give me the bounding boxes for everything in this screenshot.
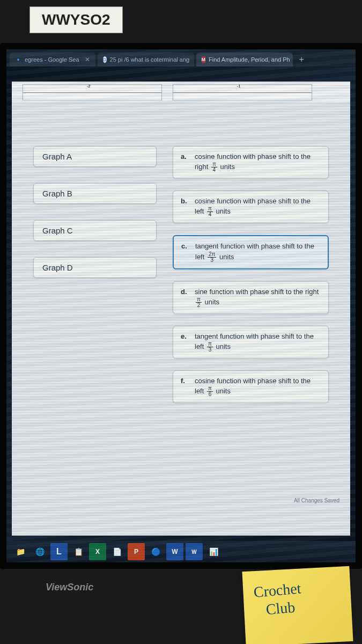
monitor-brand-label: ViewSonic: [46, 582, 93, 593]
graph-label: Graph B: [42, 189, 72, 198]
browser-tab-bar: ● egrees - Google Sea ✕ G 25 pi /6 what …: [6, 49, 356, 67]
answer-text: tangent function with phase shift to the…: [195, 241, 320, 262]
browser-tab-0[interactable]: ● egrees - Google Sea ✕: [10, 53, 95, 67]
answer-letter: e.: [181, 332, 189, 353]
saved-indicator: All Changes Saved: [294, 497, 339, 503]
powerpoint-icon[interactable]: P: [128, 543, 145, 560]
answer-text: cosine function with phase shift to the …: [195, 376, 321, 397]
answer-text: sine function with phase shift to the ri…: [195, 287, 321, 308]
mini-graph-left: -2: [23, 84, 162, 100]
quiz-content: Graph A Graph B Graph C Graph D a.: [12, 103, 350, 414]
answer-letter: d.: [181, 287, 189, 308]
graph-label: Graph C: [42, 226, 73, 235]
mini-graph-right: -1: [173, 84, 312, 100]
explorer-icon[interactable]: 📁: [12, 543, 29, 560]
answer-option-d[interactable]: d. sine function with phase shift to the…: [173, 281, 329, 314]
answer-option-b[interactable]: b. cosine function with phase shift to t…: [173, 191, 329, 223]
page-content: -2 -1 Graph A Graph B Graph C: [12, 82, 350, 536]
answer-letter: a.: [181, 152, 189, 173]
answer-text: cosine function with phase shift to the …: [195, 196, 321, 217]
answer-text: cosine function with phase shift to the …: [195, 152, 321, 173]
graph-label: Graph D: [42, 263, 73, 272]
tab-title: 25 pi /6 what is coterminal ang: [110, 56, 190, 63]
word-icon[interactable]: W: [186, 543, 203, 560]
answers-column: a. cosine function with phase shift to t…: [173, 146, 329, 403]
sticky-note: Crochet Club: [242, 566, 353, 644]
answer-letter: f.: [181, 376, 189, 397]
app-icon[interactable]: 📄: [108, 543, 125, 560]
graph-option-d[interactable]: Graph D: [33, 257, 157, 278]
tab-title: egrees - Google Sea: [25, 56, 79, 63]
physical-label: WWYSO2: [29, 6, 123, 33]
close-icon[interactable]: ✕: [85, 56, 90, 63]
graphs-column: Graph A Graph B Graph C Graph D: [33, 146, 157, 403]
monitor-frame: ● egrees - Google Sea ✕ G 25 pi /6 what …: [0, 43, 362, 569]
answer-letter: b.: [181, 196, 189, 217]
app-icon[interactable]: 📋: [70, 543, 87, 560]
app-icon[interactable]: L: [50, 543, 68, 560]
tab-title: Find Amplitude, Period, and Ph: [209, 56, 290, 63]
sticky-note-text: Crochet Club: [253, 576, 342, 619]
graph-option-b[interactable]: Graph B: [33, 183, 157, 204]
new-tab-button[interactable]: +: [295, 53, 308, 67]
answer-option-f[interactable]: f. cosine function with phase shift to t…: [173, 370, 329, 403]
word-icon[interactable]: W: [166, 543, 183, 560]
windows-taskbar: 📁 🌐 L 📋 X 📄 P 🔵 W W 📊: [6, 541, 356, 562]
answer-option-c[interactable]: c. tangent function with phase shift to …: [173, 235, 329, 269]
excel-icon[interactable]: X: [89, 543, 106, 560]
answer-text: tangent function with phase shift to the…: [195, 332, 321, 353]
answer-letter: c.: [181, 241, 190, 262]
graph-option-c[interactable]: Graph C: [33, 220, 157, 241]
google-icon: G: [103, 56, 107, 63]
graph-preview-bar: -2 -1: [12, 82, 350, 103]
browser-tab-2[interactable]: M Find Amplitude, Period, and Ph ✕: [196, 53, 293, 67]
answer-option-e[interactable]: e. tangent function with phase shift to …: [173, 326, 329, 358]
browser-tab-1[interactable]: G 25 pi /6 what is coterminal ang ✕: [98, 53, 194, 67]
edge-icon[interactable]: 🌐: [31, 543, 48, 560]
chrome-icon[interactable]: 🔵: [147, 543, 164, 560]
app-icon[interactable]: 📊: [205, 543, 222, 560]
answer-option-a[interactable]: a. cosine function with phase shift to t…: [173, 146, 329, 179]
graph-option-a[interactable]: Graph A: [33, 146, 157, 167]
graph-label: Graph A: [42, 152, 72, 161]
mathway-icon: M: [202, 56, 206, 63]
google-icon: ●: [15, 56, 21, 63]
screen-area: ● egrees - Google Sea ✕ G 25 pi /6 what …: [6, 49, 356, 562]
